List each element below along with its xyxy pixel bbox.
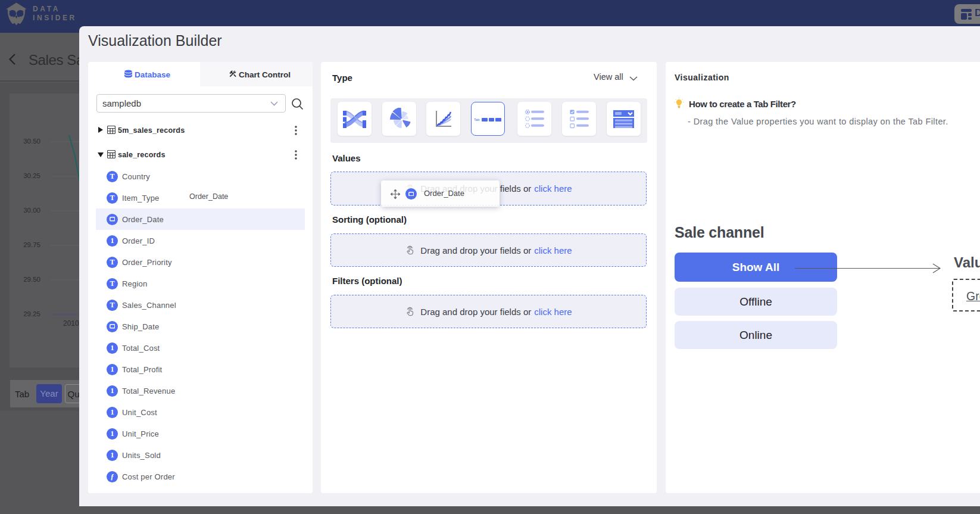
svg-text:Tab: Tab — [474, 118, 480, 122]
